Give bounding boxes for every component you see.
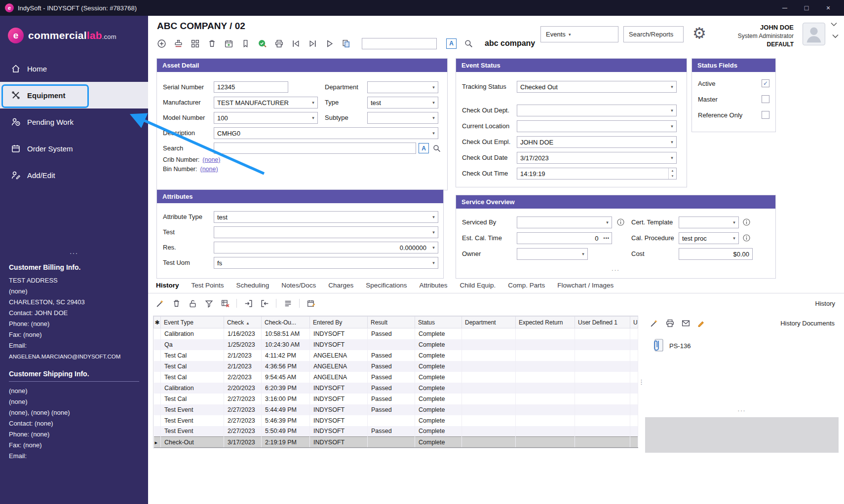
est-cal-time-input[interactable]: 0••• (517, 232, 612, 244)
checkbox[interactable] (762, 95, 769, 103)
owner-select[interactable]: ▾ (517, 248, 588, 260)
first-record-icon[interactable] (291, 38, 301, 48)
last-record-icon[interactable] (307, 38, 317, 48)
table-row[interactable]: Test Cal 2/27/2023 3:16:00 PM INDYSOFT P… (154, 394, 638, 404)
cert-template-select[interactable]: ▾ (679, 216, 739, 228)
document-item[interactable]: PS-136 (652, 338, 691, 353)
col-header-event-type[interactable]: Event Type (161, 317, 224, 328)
tab[interactable]: Attributes (419, 282, 447, 293)
service-overview-more-button[interactable]: ... (456, 265, 775, 272)
schedule-edit-icon[interactable] (306, 298, 316, 308)
grid-icon[interactable] (190, 38, 200, 48)
search-reports-box[interactable]: Search/Reports (623, 26, 684, 42)
quick-search-input[interactable] (362, 38, 437, 49)
sidebar-item-order-system[interactable]: Order System (0, 135, 148, 162)
sidebar-item-add-edit[interactable]: Add/Edit (0, 162, 148, 188)
col-header-department[interactable]: Department (462, 317, 516, 328)
sidebar-more-button[interactable]: ... (9, 248, 139, 255)
auto-doc-icon[interactable] (649, 318, 659, 328)
table-row[interactable]: Test Event 2/27/2023 5:50:49 PM INDYSOFT… (154, 426, 638, 437)
col-header-status[interactable]: Status (415, 317, 462, 328)
subtype-select[interactable]: ▾ (367, 112, 438, 124)
info-icon[interactable] (743, 234, 750, 242)
tab[interactable]: Child Equip. (460, 282, 496, 293)
run-icon[interactable] (324, 38, 334, 48)
serviced-by-select[interactable]: ▾ (517, 216, 612, 228)
table-row[interactable]: Check-Out 3/17/2023 2:19:19 PM INDYSOFT … (154, 437, 638, 448)
current-location-select[interactable]: ▾ (517, 120, 677, 132)
spinner-buttons[interactable]: ▲▼ (668, 168, 676, 179)
details-icon[interactable] (283, 298, 293, 308)
auto-search-button[interactable]: A (446, 38, 457, 49)
events-dropdown[interactable]: Events ▾ (540, 26, 618, 42)
delete-icon[interactable] (207, 38, 217, 48)
cost-input[interactable]: $0.00 (679, 248, 753, 260)
model-number-select[interactable]: 100▾ (214, 112, 318, 124)
bookmark-icon[interactable] (240, 38, 250, 48)
checkout-dept-select[interactable]: ▾ (517, 105, 677, 116)
copy-icon[interactable] (341, 38, 351, 48)
print-icon[interactable] (274, 38, 284, 48)
settings-gear-icon[interactable]: ⚙ (692, 26, 706, 41)
info-icon[interactable] (617, 218, 624, 226)
col-header-user-defined-1[interactable]: User Defined 1 (575, 317, 630, 328)
col-header-expected-return[interactable]: Expected Return (516, 317, 575, 328)
auto-search-button[interactable]: A (419, 143, 429, 153)
chevron-down-icon[interactable] (832, 33, 839, 40)
description-select[interactable]: CMHG0▾ (214, 127, 438, 139)
type-select[interactable]: test▾ (367, 97, 438, 108)
sidebar-item-equipment[interactable]: Equipment (0, 82, 148, 108)
tab[interactable]: Flowchart / Images (557, 282, 614, 293)
tab[interactable]: Scheduling (236, 282, 269, 293)
table-row[interactable]: Test Event 2/27/2023 5:44:49 PM INDYSOFT… (154, 404, 638, 415)
avatar[interactable] (803, 23, 825, 45)
table-row[interactable]: Calibration 2/20/2023 6:20:39 PM INDYSOF… (154, 383, 638, 394)
minimize-icon[interactable]: ─ (774, 0, 796, 16)
bin-number-link[interactable]: (none) (200, 166, 218, 173)
checkout-time-spinner[interactable]: 14:19:19▲▼ (517, 168, 677, 180)
tab[interactable]: Comp. Parts (508, 282, 545, 293)
serial-number-input[interactable] (214, 81, 288, 93)
attribute-type-select[interactable]: test▾ (214, 211, 438, 223)
tab[interactable]: Notes/Docs (281, 282, 316, 293)
tab[interactable]: Charges (328, 282, 353, 293)
add-icon[interactable] (156, 38, 166, 48)
manufacturer-select[interactable]: TEST MANUFACTURER▾ (214, 97, 318, 108)
col-header-entered-by[interactable]: Entered By (310, 317, 368, 328)
test-select[interactable]: ▾ (214, 226, 438, 238)
sidebar-item-pending-work[interactable]: Pending Work (0, 108, 148, 135)
table-row[interactable]: Test Cal 2/2/2023 9:54:45 AM ANGELENA Pa… (154, 372, 638, 383)
auto-event-icon[interactable] (155, 298, 165, 308)
col-header-check-out-time[interactable]: Check-Ou... (262, 317, 310, 328)
tab[interactable]: Test Points (192, 282, 224, 293)
tracking-status-select[interactable]: Checked Out▾ (517, 81, 677, 93)
grid-resize-handle[interactable]: ⋮ (638, 381, 645, 383)
cal-procedure-select[interactable]: test proc▾ (679, 232, 739, 244)
department-select[interactable]: ▾ (367, 81, 438, 93)
table-row[interactable]: Test Cal 2/1/2023 4:11:42 PM ANGELENA Pa… (154, 350, 638, 361)
schedule-icon[interactable] (224, 38, 233, 48)
checkout-employee-select[interactable]: JOHN DOE▾ (517, 136, 677, 148)
annotate-icon[interactable] (696, 318, 706, 328)
print-icon[interactable] (665, 318, 675, 328)
checkout-date-select[interactable]: 3/17/2023▾ (517, 152, 677, 164)
crib-number-link[interactable]: (none) (202, 156, 220, 163)
check-in-icon[interactable] (243, 298, 253, 308)
test-uom-select[interactable]: fs▾ (214, 257, 438, 269)
info-icon[interactable] (743, 218, 750, 226)
documents-more-button[interactable]: ... (645, 405, 839, 413)
tab[interactable]: Specifications (366, 282, 407, 293)
table-row[interactable]: Test Cal 2/1/2023 4:36:56 PM ANGELENA Pa… (154, 361, 638, 372)
table-row[interactable]: Test Event 2/27/2023 5:46:39 PM INDYSOFT… (154, 415, 638, 426)
close-icon[interactable]: × (817, 0, 839, 16)
chevron-down-icon[interactable] (831, 21, 837, 28)
tab[interactable]: History (156, 282, 179, 293)
table-row[interactable]: Qa 1/25/2023 10:24:30 AM INDYSOFT Comple… (154, 339, 638, 350)
delete-icon[interactable] (171, 298, 181, 308)
status-check-icon[interactable] (257, 38, 267, 48)
table-row[interactable]: Calibration 1/16/2023 10:58:51 AM INDYSO… (154, 328, 638, 339)
more-options-button[interactable]: ••• (602, 236, 612, 241)
maximize-icon[interactable]: □ (796, 0, 817, 16)
asset-search-input[interactable] (214, 143, 416, 154)
filter-icon[interactable] (204, 298, 214, 308)
